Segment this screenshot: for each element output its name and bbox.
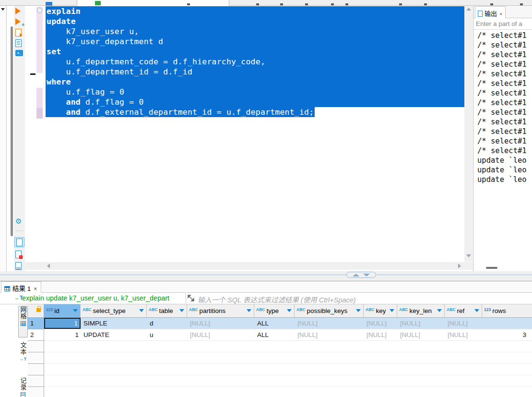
cell-type[interactable]: ALL (254, 318, 295, 329)
tab-results-1[interactable]: 结果 1× (1, 281, 41, 293)
code-line[interactable]: and d.f_flag = 0 (46, 97, 464, 107)
code-line[interactable]: where (46, 77, 464, 87)
editor-results-sash[interactable] (0, 271, 532, 281)
sash-collapse-handle[interactable] (346, 272, 376, 278)
result-grid[interactable]: 123idABCselect_typeABCtableABCpartitions… (44, 304, 532, 397)
variables-button[interactable]: (x) (15, 262, 24, 270)
column-header-rows[interactable]: 123rows (482, 304, 532, 317)
error-log-button[interactable]: ! (15, 251, 24, 259)
cell-id[interactable]: 1 (44, 329, 81, 340)
row-number[interactable]: 2 (28, 329, 44, 341)
column-header-key[interactable]: ABCkey (364, 304, 397, 317)
fold-marker-icon[interactable] (30, 73, 35, 75)
cell-select_type[interactable]: UPDATE (81, 329, 147, 340)
column-header-select_type[interactable]: ABCselect_type (81, 304, 147, 317)
cell-possible_keys[interactable]: [NULL] (295, 329, 364, 340)
cell-key[interactable]: [NULL] (364, 318, 397, 329)
column-filter-arrow-icon[interactable] (247, 309, 251, 312)
gutter-header[interactable] (28, 304, 44, 318)
cell-partitions[interactable]: [NULL] (187, 329, 254, 340)
sql-editor-area[interactable]: − explainupdate k7_user_user u, k7_user_… (25, 6, 464, 262)
code-line[interactable]: update (46, 16, 464, 26)
cell-key_len[interactable]: [NULL] (397, 329, 445, 340)
sql-code-selected[interactable]: explainupdate k7_user_user u, k7_user_de… (46, 6, 464, 117)
cell-type[interactable]: ALL (254, 329, 295, 340)
output-filter-input[interactable]: Enter a part of a (473, 18, 532, 30)
column-type-icon: 123 (46, 307, 53, 312)
column-filter-arrow-icon[interactable] (139, 309, 144, 312)
cell-id[interactable]: 1 (44, 318, 81, 329)
close-icon[interactable]: × (499, 11, 502, 17)
chevron-down-icon[interactable] (1, 8, 5, 11)
cell-rows[interactable]: 3 (482, 329, 532, 340)
column-filter-arrow-icon[interactable] (356, 309, 361, 312)
cell-ref[interactable]: [NULL] (445, 318, 482, 329)
tab-fragment (490, 3, 493, 5)
column-filter-arrow-icon[interactable] (474, 309, 479, 312)
column-filter-arrow-icon[interactable] (287, 309, 292, 312)
code-line[interactable]: k7_user_department d (46, 36, 464, 47)
code-line[interactable]: k7_user_user u, (46, 26, 464, 36)
column-header-type[interactable]: ABCtype (254, 304, 295, 317)
scroll-left-icon[interactable] (47, 264, 50, 268)
code-line[interactable]: and d.f_external_department_id = u.f_dep… (46, 107, 315, 117)
output-view-button[interactable] (14, 237, 24, 247)
execute-script-button[interactable] (15, 29, 24, 37)
expand-filter-icon[interactable] (188, 295, 194, 303)
code-line[interactable]: u.f_department_id = d.f_id (46, 67, 464, 77)
settings-gear-icon[interactable]: ⚙ (15, 217, 24, 225)
vertical-sash-handle[interactable] (11, 26, 13, 236)
code-line[interactable]: u.f_department_code = d.f_hierarchy_code… (46, 57, 464, 67)
column-header-partitions[interactable]: ABCpartitions (187, 304, 254, 317)
results-tab-label: 结果 1 (12, 285, 31, 292)
sql-console-button[interactable]: >_ (15, 50, 24, 58)
cell-ref[interactable]: [NULL] (445, 329, 482, 340)
cell-select_type[interactable]: SIMPLE (81, 318, 147, 329)
cell-table[interactable]: u (147, 329, 187, 340)
column-header-id[interactable]: 123id (44, 304, 81, 317)
table-row[interactable]: 1SIMPLEd[NULL]ALL[NULL][NULL][NULL][NULL… (44, 318, 532, 329)
cell-rows[interactable] (482, 318, 532, 329)
column-header-ref[interactable]: ABCref (445, 304, 482, 317)
more-dots-icon[interactable]: ···· (15, 228, 24, 236)
column-header-key_len[interactable]: ABCkey_len (397, 304, 445, 317)
cell-possible_keys[interactable]: [NULL] (295, 318, 364, 329)
editor-vertical-scrollbar[interactable] (464, 6, 473, 262)
column-filter-arrow-icon[interactable] (437, 309, 442, 312)
code-line[interactable]: u.f_flag = 0 (46, 87, 464, 97)
cell-key[interactable]: [NULL] (364, 329, 397, 340)
close-icon[interactable]: × (34, 286, 37, 292)
result-view-tab-record[interactable]: 记录 (18, 377, 28, 397)
row-number[interactable]: 1 (28, 318, 44, 329)
editor-tab-strip[interactable] (0, 0, 532, 6)
table-row[interactable]: 1UPDATEu[NULL]ALL[NULL][NULL][NULL][NULL… (44, 329, 532, 341)
result-view-tab-grid[interactable]: 网格 (18, 306, 28, 337)
results-filter-bar[interactable]: ↔T explain update k7_user_user u, k7_use… (0, 293, 532, 304)
collapse-up-icon[interactable] (353, 274, 359, 277)
show-script-button[interactable] (15, 39, 24, 48)
fold-collapse-icon[interactable]: − (37, 8, 42, 13)
code-line[interactable]: set (46, 47, 464, 57)
column-filter-arrow-icon[interactable] (179, 309, 184, 312)
output-hscroll-thumb[interactable] (486, 267, 497, 269)
execute-sql-button[interactable] (15, 8, 24, 16)
column-header-table[interactable]: ABCtable (147, 304, 187, 317)
execute-new-tab-button[interactable]: + (15, 18, 24, 26)
editor-horizontal-scrollbar[interactable] (25, 262, 473, 270)
scroll-up-icon[interactable] (466, 8, 471, 11)
column-name: ref (457, 307, 464, 314)
cell-table[interactable]: d (147, 318, 187, 329)
scroll-right-icon[interactable] (458, 264, 461, 268)
cell-key_len[interactable]: [NULL] (397, 318, 445, 329)
server-output-console[interactable]: /* select#1/* select#1/* select#1/* sele… (473, 31, 532, 266)
column-filter-arrow-icon[interactable] (390, 309, 394, 312)
console-line: /* select#1 (473, 117, 532, 127)
result-view-tab-text[interactable]: 文本↔T (18, 342, 28, 373)
column-filter-arrow-icon[interactable] (73, 309, 78, 312)
tab-output[interactable]: 输出× (475, 6, 506, 18)
cell-partitions[interactable]: [NULL] (187, 318, 254, 329)
code-line[interactable]: explain (46, 6, 464, 16)
collapse-down-icon[interactable] (363, 274, 370, 277)
scroll-down-icon[interactable] (466, 254, 471, 257)
column-header-possible_keys[interactable]: ABCpossible_keys (295, 304, 364, 317)
